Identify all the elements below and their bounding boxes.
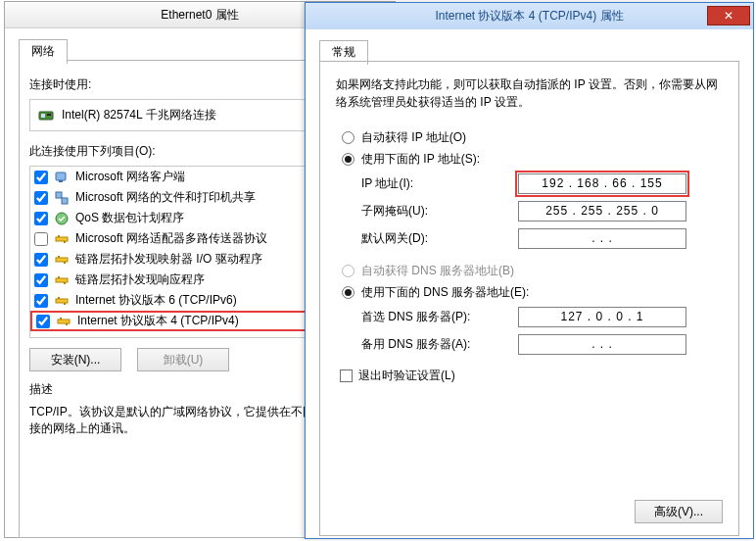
close-button[interactable]: ✕ (707, 6, 750, 25)
advanced-button[interactable]: 高级(V)... (635, 500, 723, 523)
component-label: Internet 协议版本 4 (TCP/IPv4) (77, 313, 239, 329)
svg-rect-10 (64, 241, 66, 243)
dns1-input[interactable]: 127 . 0 . 0 . 1 (518, 307, 686, 327)
svg-rect-5 (56, 192, 62, 198)
dns2-input[interactable]: . . . (518, 334, 686, 355)
service-icon (54, 190, 70, 206)
component-label: Internet 协议版本 6 (TCP/IPv6) (75, 292, 237, 309)
close-icon: ✕ (724, 10, 733, 22)
svg-rect-6 (62, 198, 68, 204)
radio-auto-dns: 自动获得 DNS 服务器地址(B) (336, 260, 723, 281)
component-checkbox[interactable] (36, 315, 50, 328)
radio-use-ip-label: 使用下面的 IP 地址(S): (361, 151, 480, 168)
ip-address-input[interactable]: 192 . 168 . 66 . 155 (518, 173, 686, 194)
proto-icon (54, 231, 70, 247)
dns2-row: 备用 DNS 服务器(A): . . . (336, 330, 723, 358)
qos-icon (54, 211, 70, 226)
component-label: 链路层拓扑发现映射器 I/O 驱动程序 (75, 251, 262, 268)
component-checkbox[interactable] (34, 273, 48, 287)
radio-use-dns[interactable]: 使用下面的 DNS 服务器地址(E): (336, 281, 723, 303)
component-checkbox[interactable] (34, 253, 48, 267)
svg-rect-12 (58, 256, 60, 258)
svg-rect-18 (58, 297, 60, 299)
svg-rect-14 (56, 278, 68, 282)
gateway-row: 默认网关(D): . . . (336, 224, 723, 252)
ethernet-title: Ethernet0 属性 (161, 7, 238, 24)
dns1-label: 首选 DNS 服务器(P): (361, 309, 518, 325)
subnet-mask-row: 子网掩码(U): 255 . 255 . 255 . 0 (336, 197, 723, 224)
component-checkbox[interactable] (34, 232, 48, 246)
radio-use-ip[interactable]: 使用下面的 IP 地址(S): (336, 148, 723, 170)
component-label: 链路层拓扑发现响应程序 (75, 271, 205, 288)
svg-rect-22 (66, 323, 68, 325)
svg-rect-20 (58, 320, 70, 323)
tab-panel-general: 如果网络支持此功能，则可以获取自动指派的 IP 设置。否则，你需要从网络系统管理… (319, 61, 739, 536)
gateway-label: 默认网关(D): (361, 230, 518, 247)
install-button[interactable]: 安装(N)... (29, 348, 121, 371)
dns2-label: 备用 DNS 服务器(A): (361, 336, 518, 353)
svg-rect-11 (56, 258, 68, 262)
svg-rect-13 (64, 262, 66, 264)
component-label: Microsoft 网络适配器多路传送器协议 (75, 230, 267, 247)
proto-icon (54, 293, 70, 309)
svg-rect-3 (56, 172, 66, 180)
radio-auto-ip-label: 自动获得 IP 地址(O) (361, 129, 466, 146)
ip-address-label: IP 地址(I): (361, 175, 518, 192)
tab-network[interactable]: 网络 (19, 39, 68, 64)
nic-icon (38, 108, 54, 123)
component-label: QoS 数据包计划程序 (75, 210, 184, 226)
component-checkbox[interactable] (34, 212, 48, 225)
ipv4-properties-window: Internet 协议版本 4 (TCP/IPv4) 属性 ✕ 常规 如果网络支… (305, 2, 754, 539)
proto-icon (54, 272, 70, 288)
svg-rect-17 (56, 299, 68, 303)
radio-auto-ip[interactable]: 自动获得 IP 地址(O) (336, 126, 723, 148)
proto-icon (56, 314, 71, 329)
svg-rect-2 (47, 114, 51, 116)
radio-icon (342, 153, 354, 166)
ipv4-title: Internet 协议版本 4 (TCP/IPv4) 属性 (306, 8, 753, 25)
proto-icon (54, 252, 70, 268)
component-checkbox[interactable] (34, 191, 48, 205)
svg-rect-19 (64, 303, 66, 305)
component-label: Microsoft 网络客户端 (75, 169, 185, 185)
radio-icon (342, 131, 354, 144)
radio-icon (342, 265, 354, 277)
component-label: Microsoft 网络的文件和打印机共享 (75, 189, 256, 206)
svg-rect-16 (64, 282, 66, 284)
component-checkbox[interactable] (34, 171, 48, 184)
svg-rect-1 (41, 114, 45, 118)
validate-on-exit-label: 退出时验证设置(L) (358, 368, 455, 384)
adapter-name: Intel(R) 82574L 千兆网络连接 (62, 107, 216, 123)
tab-strip-ipv4: 常规 (319, 39, 739, 61)
component-checkbox[interactable] (34, 294, 48, 308)
svg-rect-9 (58, 235, 60, 237)
gateway-input[interactable]: . . . (518, 228, 686, 249)
radio-icon (342, 286, 354, 299)
ipv4-titlebar[interactable]: Internet 协议版本 4 (TCP/IPv4) 属性 ✕ (306, 3, 753, 29)
svg-rect-15 (58, 276, 60, 278)
validate-on-exit-row[interactable]: 退出时验证设置(L) (336, 368, 723, 384)
dns1-row: 首选 DNS 服务器(P): 127 . 0 . 0 . 1 (336, 303, 723, 330)
intro-text: 如果网络支持此功能，则可以获取自动指派的 IP 设置。否则，你需要从网络系统管理… (336, 75, 723, 111)
checkbox-icon (340, 369, 353, 382)
subnet-mask-label: 子网掩码(U): (361, 203, 518, 220)
uninstall-button[interactable]: 卸载(U) (137, 348, 229, 371)
client-icon (54, 170, 70, 185)
subnet-mask-input[interactable]: 255 . 255 . 255 . 0 (518, 201, 686, 221)
radio-auto-dns-label: 自动获得 DNS 服务器地址(B) (361, 263, 514, 279)
svg-rect-8 (56, 237, 68, 241)
radio-use-dns-label: 使用下面的 DNS 服务器地址(E): (361, 284, 529, 301)
svg-rect-4 (59, 180, 63, 182)
svg-rect-21 (60, 318, 62, 320)
ip-address-row: IP 地址(I): 192 . 168 . 66 . 155 (336, 170, 723, 197)
